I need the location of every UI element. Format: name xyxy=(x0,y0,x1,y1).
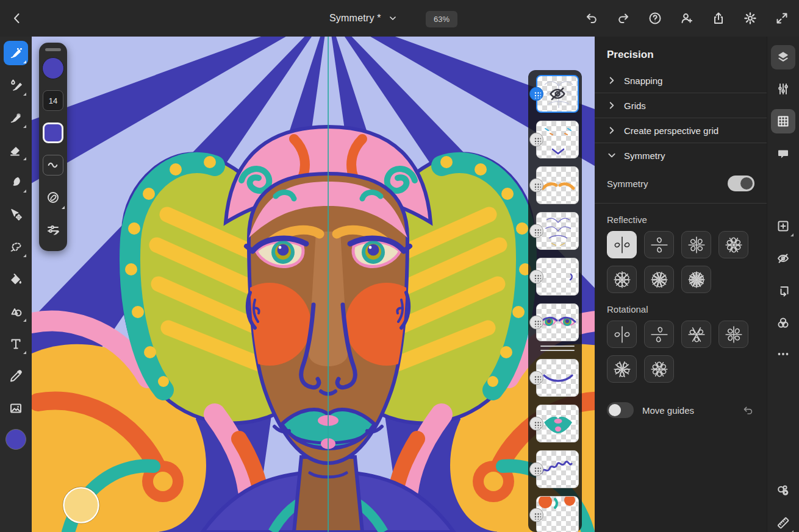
undo-icon[interactable] xyxy=(581,7,603,29)
fullscreen-icon[interactable] xyxy=(771,7,793,29)
reflective-five-axis-button[interactable] xyxy=(644,266,674,293)
move-guides-toggle[interactable] xyxy=(607,402,634,418)
section-header-symmetry[interactable]: Symmetry xyxy=(595,143,767,168)
more-icon[interactable] xyxy=(771,342,795,366)
layer-handle-badge[interactable] xyxy=(529,371,543,385)
rotational-six-button[interactable] xyxy=(644,355,674,383)
brush-settings-icon[interactable] xyxy=(43,219,63,240)
rotational-three-button[interactable] xyxy=(681,321,711,348)
move-guides-label: Move guides xyxy=(642,405,733,416)
layer-handle-badge[interactable] xyxy=(529,417,543,431)
layer-handle-badge[interactable] xyxy=(529,224,543,238)
share-icon[interactable] xyxy=(708,7,729,29)
reset-guides-icon[interactable] xyxy=(741,403,754,417)
layer-row xyxy=(536,359,579,397)
layer-handle-badge[interactable] xyxy=(529,270,543,284)
reflective-two-axis-button[interactable] xyxy=(681,231,711,258)
rotational-options xyxy=(595,321,767,383)
reflective-options xyxy=(595,231,767,293)
section-header-create-perspective-grid[interactable]: Create perspective grid xyxy=(595,118,767,143)
reflective-label: Reflective xyxy=(595,215,767,225)
reflective-four-axis-button[interactable] xyxy=(607,266,637,293)
fill-tool[interactable] xyxy=(4,267,28,291)
layer-row xyxy=(536,258,579,296)
place-image-tool[interactable] xyxy=(4,396,28,420)
settings-icon[interactable] xyxy=(739,7,761,29)
move-tool[interactable] xyxy=(4,202,28,227)
shape-tool[interactable] xyxy=(4,299,28,324)
livestream-icon[interactable] xyxy=(771,478,795,503)
chevron-down-icon xyxy=(389,14,397,23)
symmetry-toggle-row: Symmetry xyxy=(595,168,767,199)
lasso-tool[interactable] xyxy=(4,235,28,259)
layer-handle-badge[interactable] xyxy=(529,133,543,147)
help-icon[interactable] xyxy=(644,7,666,29)
layer-row xyxy=(536,121,579,158)
move-guides-row: Move guides xyxy=(595,402,767,418)
eraser-tool[interactable] xyxy=(4,138,28,162)
hide-layer-icon[interactable] xyxy=(771,246,795,271)
layer-handle-badge[interactable] xyxy=(529,316,543,330)
panel-title: Precision xyxy=(595,37,767,68)
redo-icon[interactable] xyxy=(612,7,634,29)
chevron-right-icon xyxy=(607,126,617,135)
layers-strip xyxy=(528,70,582,532)
smoothing-icon[interactable] xyxy=(43,155,63,176)
comment-icon[interactable] xyxy=(771,141,795,166)
symmetry-guide-line xyxy=(328,37,329,532)
rotational-five-button[interactable] xyxy=(607,355,637,383)
text-tool[interactable] xyxy=(4,332,28,356)
color-swatch[interactable] xyxy=(43,122,63,143)
layer-row xyxy=(536,166,579,204)
reflective-three-axis-button[interactable] xyxy=(718,231,748,258)
layer-row xyxy=(536,212,579,250)
adjustments-icon[interactable] xyxy=(771,77,795,101)
live-brush-tool[interactable] xyxy=(4,73,28,98)
topbar-actions xyxy=(581,7,793,29)
task-rail xyxy=(767,37,799,532)
reflective-six-axis-button[interactable] xyxy=(681,266,711,293)
smudge-tool[interactable] xyxy=(4,170,28,194)
precision-grid-icon[interactable] xyxy=(771,109,795,133)
symmetry-toggle-label: Symmetry xyxy=(607,179,648,189)
layer-handle-badge[interactable] xyxy=(529,463,543,477)
layer-handle-badge[interactable] xyxy=(529,87,543,101)
brush-size-field[interactable]: 14 xyxy=(43,90,63,111)
brush-cursor xyxy=(63,487,99,523)
eyedropper-tool[interactable] xyxy=(4,364,28,388)
zoom-level-badge[interactable]: 63% xyxy=(426,11,457,27)
add-layer-icon[interactable] xyxy=(771,214,795,238)
layer-row xyxy=(536,75,579,113)
precision-panel: Precision SnappingGridsCreate perspectiv… xyxy=(595,37,767,532)
drag-handle[interactable] xyxy=(45,48,61,51)
stabilizer-icon[interactable] xyxy=(43,187,63,208)
rotational-two-button[interactable] xyxy=(607,321,637,348)
invite-icon[interactable] xyxy=(676,7,698,29)
drawing-canvas[interactable] xyxy=(32,37,595,532)
layer-handle-badge[interactable] xyxy=(529,179,543,193)
tool-options-panel: 14 xyxy=(39,43,67,251)
ruler-icon[interactable] xyxy=(771,511,795,532)
pixel-brush-tool[interactable] xyxy=(4,41,28,65)
layer-row xyxy=(536,405,579,442)
section-header-grids[interactable]: Grids xyxy=(595,93,767,118)
layers-icon[interactable] xyxy=(771,45,795,69)
document-title-dropdown[interactable]: Symmetry * xyxy=(329,9,397,28)
blend-modes-icon[interactable] xyxy=(771,311,795,335)
brush-preview-circle[interactable] xyxy=(42,57,64,79)
tool-bar xyxy=(0,37,32,532)
layer-group-separator xyxy=(540,346,575,351)
back-button[interactable] xyxy=(7,9,27,28)
rotational-two-horizontal-button[interactable] xyxy=(644,321,674,348)
mixer-brush-tool[interactable] xyxy=(4,105,28,130)
reflective-vertical-button[interactable] xyxy=(607,231,637,258)
rotational-four-button[interactable] xyxy=(718,321,748,348)
reflective-horizontal-button[interactable] xyxy=(644,231,674,258)
layer-row xyxy=(536,450,579,488)
layer-handle-badge[interactable] xyxy=(529,508,543,522)
section-header-snapping[interactable]: Snapping xyxy=(595,68,767,93)
symmetry-toggle[interactable] xyxy=(728,176,754,191)
top-bar: Symmetry * 63% xyxy=(0,0,799,37)
foreground-color-swatch[interactable] xyxy=(5,429,26,450)
transform-layer-icon[interactable] xyxy=(771,278,795,303)
